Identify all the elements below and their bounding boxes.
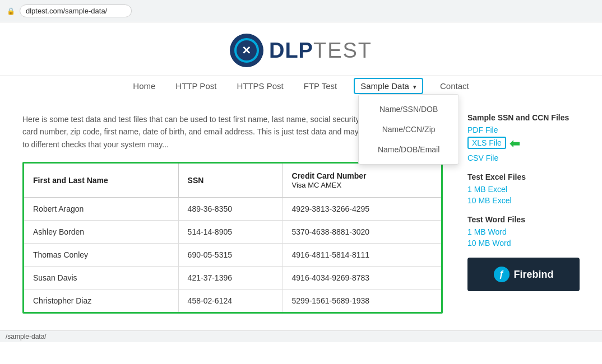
arrow-icon: ⬅: [510, 137, 520, 151]
cell-name: Susan Davis: [24, 267, 178, 290]
xls-file-wrap: XLS File ⬅: [467, 137, 580, 151]
main-nav: Home HTTP Post HTTPS Post FTP Test Sampl…: [0, 75, 602, 96]
logo-text: DLPTEST: [269, 39, 372, 63]
logo-dlp: DLP: [269, 39, 313, 62]
firebind-ad[interactable]: ƒ Firebind: [467, 258, 580, 291]
table-row: Thomas Conley 690-05-5315 4916-4811-5814…: [24, 244, 441, 267]
data-table: First and Last Name SSN Credit Card Numb…: [24, 164, 441, 312]
dropdown-name-ccn-zip[interactable]: Name/CCN/Zip: [359, 119, 459, 139]
sidebar-excel-section: Test Excel Files 1 MB Excel 10 MB Excel: [467, 172, 580, 205]
col-header-ssn: SSN: [178, 164, 283, 198]
cell-ssn: 458-02-6124: [178, 290, 283, 312]
logo: ✕ DLPTEST: [0, 34, 602, 67]
sidebar-xls-file[interactable]: XLS File: [467, 137, 506, 149]
intro-text: Here is some test data and test files th…: [22, 113, 415, 151]
logo-test: TEST: [313, 39, 372, 62]
cell-ssn: 421-37-1396: [178, 267, 283, 290]
sidebar-word-section: Test Word Files 1 MB Word 10 MB Word: [467, 215, 580, 248]
sample-data-dropdown: Name/SSN/DOB Name/CCN/Zip Name/DOB/Email: [358, 94, 459, 165]
sidebar-pdf-file[interactable]: PDF File: [467, 125, 580, 134]
nav-ftp-test[interactable]: FTP Test: [300, 79, 340, 93]
sidebar-word-title: Test Word Files: [467, 215, 580, 224]
sidebar-1mb-word[interactable]: 1 MB Word: [467, 227, 580, 236]
sidebar-ssn-ccn-section: Sample SSN and CCN Files PDF File XLS Fi…: [467, 113, 580, 162]
sidebar-10mb-excel[interactable]: 10 MB Excel: [467, 196, 580, 205]
sidebar-1mb-excel[interactable]: 1 MB Excel: [467, 185, 580, 194]
table-row: Susan Davis 421-37-1396 4916-4034-9269-8…: [24, 267, 441, 290]
nav-sample-data-wrap: Sample Data ▾ Name/SSN/DOB Name/CCN/Zip …: [354, 81, 423, 91]
status-bar: /sample-data/: [0, 330, 602, 342]
col-header-name: First and Last Name: [24, 164, 178, 198]
cell-ssn: 489-36-8350: [178, 198, 283, 221]
nav-https-post[interactable]: HTTPS Post: [233, 79, 286, 93]
col-header-ccn: Credit Card Number Visa MC AMEX: [283, 164, 441, 198]
data-table-wrap: First and Last Name SSN Credit Card Numb…: [22, 162, 443, 314]
cell-ccn: 4916-4034-9269-8783: [283, 267, 441, 290]
cell-ccn: 5370-4638-8881-3020: [283, 221, 441, 244]
firebind-logo: ƒ Firebind: [476, 267, 571, 282]
cell-name: Thomas Conley: [24, 244, 178, 267]
sidebar-ssn-ccn-title: Sample SSN and CCN Files: [467, 113, 580, 122]
cell-ccn: 5299-1561-5689-1938: [283, 290, 441, 312]
dropdown-name-ssn-dob[interactable]: Name/SSN/DOB: [359, 99, 459, 119]
cell-ccn: 4929-3813-3266-4295: [283, 198, 441, 221]
firebind-name: Firebind: [514, 269, 554, 281]
logo-icon: ✕: [230, 34, 263, 67]
sidebar-excel-title: Test Excel Files: [467, 172, 580, 181]
table-header-row: First and Last Name SSN Credit Card Numb…: [24, 164, 441, 198]
cell-ssn: 514-14-8905: [178, 221, 283, 244]
main-content-area: Here is some test data and test files th…: [0, 102, 602, 325]
cell-ssn: 690-05-5315: [178, 244, 283, 267]
cell-ccn: 4916-4811-5814-8111: [283, 244, 441, 267]
table-row: Robert Aragon 489-36-8350 4929-3813-3266…: [24, 198, 441, 221]
cell-name: Christopher Diaz: [24, 290, 178, 312]
nav-sample-data[interactable]: Sample Data ▾: [354, 78, 423, 94]
nav-http-post[interactable]: HTTP Post: [172, 79, 220, 93]
chevron-down-icon: ▾: [411, 83, 416, 90]
cell-name: Ashley Borden: [24, 221, 178, 244]
logo-x-mark: ✕: [242, 44, 251, 57]
url-bar: dlptest.com/sample-data/: [20, 4, 132, 17]
lock-icon: 🔒: [7, 7, 15, 15]
nav-contact[interactable]: Contact: [437, 79, 473, 93]
nav-home[interactable]: Home: [129, 79, 159, 93]
header: ✕ DLPTEST Home HTTP Post HTTPS Post FTP …: [0, 22, 602, 102]
firebind-icon: ƒ: [494, 267, 510, 282]
table-row: Ashley Borden 514-14-8905 5370-4638-8881…: [24, 221, 441, 244]
cell-name: Robert Aragon: [24, 198, 178, 221]
sidebar-csv-file[interactable]: CSV File: [467, 153, 580, 162]
sidebar-10mb-word[interactable]: 10 MB Word: [467, 239, 580, 248]
logo-inner: ✕: [234, 38, 259, 63]
dropdown-name-dob-email[interactable]: Name/DOB/Email: [359, 139, 459, 160]
browser-bar: 🔒 dlptest.com/sample-data/: [0, 0, 602, 22]
sidebar: Sample SSN and CCN Files PDF File XLS Fi…: [467, 113, 580, 314]
table-row: Christopher Diaz 458-02-6124 5299-1561-5…: [24, 290, 441, 312]
